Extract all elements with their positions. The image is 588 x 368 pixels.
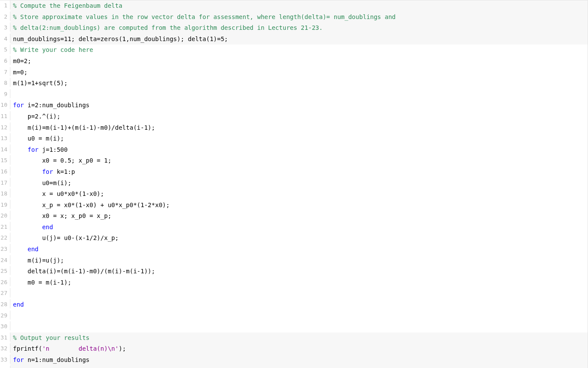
code-token: m0=2;: [13, 58, 31, 64]
code-line[interactable]: 13 u0 = m(i);: [0, 133, 588, 144]
code-line[interactable]: 16 for k=1:p: [0, 166, 588, 178]
code-token: delta(i)=(m(i-1)-m0)/(m(i)-m(i-1));: [13, 268, 155, 275]
line-content[interactable]: m(1)=1+sqrt(5);: [10, 78, 588, 89]
line-content[interactable]: x0 = x; x_p0 = x_p;: [10, 211, 588, 222]
line-content[interactable]: m(i)=u(j);: [10, 255, 588, 266]
line-number: 18: [0, 189, 10, 198]
line-number: 5: [0, 45, 10, 54]
code-line[interactable]: 2% Store approximate values in the row v…: [0, 12, 588, 23]
code-line[interactable]: 22 u(j)= u0-(x-1/2)/x_p;: [0, 233, 588, 244]
code-token: m=0;: [13, 69, 28, 76]
code-token: for: [28, 146, 38, 153]
code-line[interactable]: 10for i=2:num_doublings: [0, 100, 588, 111]
code-line[interactable]: 9: [0, 89, 588, 100]
code-token: u0=m(i);: [13, 179, 71, 186]
line-number: 16: [0, 166, 10, 176]
code-line[interactable]: 1% Compute the Feigenbaum delta: [0, 0, 588, 12]
code-line[interactable]: 28end: [0, 299, 588, 310]
code-line[interactable]: 14 for j=1:500: [0, 144, 588, 156]
line-number: 27: [0, 288, 10, 297]
code-line[interactable]: 7m=0;: [0, 67, 588, 78]
code-line[interactable]: 27: [0, 288, 588, 299]
line-content[interactable]: for i=2:num_doublings: [10, 100, 588, 111]
line-content[interactable]: end: [10, 299, 588, 310]
code-line[interactable]: 5% Write your code here: [0, 45, 588, 56]
line-content[interactable]: fprintf('%2g %18.15f\n',n,delta(n));: [10, 366, 588, 368]
line-content[interactable]: for j=1:500: [10, 144, 588, 156]
code-token: k=1:p: [53, 168, 75, 175]
line-content[interactable]: % delta(2:num_doublings) are computed fr…: [10, 22, 588, 34]
code-token: u0 = m(i);: [13, 135, 64, 142]
code-line[interactable]: 17 u0=m(i);: [0, 178, 588, 189]
code-token: fprintf(: [13, 345, 42, 352]
code-line[interactable]: 21 end: [0, 222, 588, 233]
line-content[interactable]: % Compute the Feigenbaum delta: [10, 0, 588, 12]
line-content[interactable]: p=2.^(i);: [10, 111, 588, 122]
line-number: 2: [0, 12, 10, 21]
code-token: num_doublings=11; delta=zeros(1,num_doub…: [13, 35, 228, 42]
code-line[interactable]: 34 fprintf('%2g %18.15f\n',n,delta(n));: [0, 366, 588, 368]
code-line[interactable]: 19 x_p = x0*(1-x0) + u0*x_p0*(1-2*x0);: [0, 200, 588, 211]
code-line[interactable]: 30: [0, 321, 588, 333]
line-content[interactable]: fprintf('n delta(n)\n');: [10, 343, 588, 355]
line-content[interactable]: num_doublings=11; delta=zeros(1,num_doub…: [10, 34, 588, 45]
code-editor[interactable]: 1% Compute the Feigenbaum delta2% Store …: [0, 0, 588, 368]
code-line[interactable]: 24 m(i)=u(j);: [0, 255, 588, 266]
code-line[interactable]: 4num_doublings=11; delta=zeros(1,num_dou…: [0, 34, 588, 45]
line-number: 31: [0, 333, 10, 342]
line-content[interactable]: [10, 321, 588, 333]
line-content[interactable]: [10, 288, 588, 299]
code-token: x0 = x; x_p0 = x_p;: [13, 212, 112, 219]
line-content[interactable]: % Write your code here: [10, 45, 588, 56]
line-content[interactable]: x = u0*x0*(1-x0);: [10, 189, 588, 200]
code-line[interactable]: 25 delta(i)=(m(i-1)-m0)/(m(i)-m(i-1));: [0, 266, 588, 277]
code-line[interactable]: 32fprintf('n delta(n)\n');: [0, 343, 588, 355]
line-content[interactable]: u0 = m(i);: [10, 133, 588, 144]
code-line[interactable]: 31% Output your results: [0, 333, 588, 344]
code-line[interactable]: 33for n=1:num_doublings: [0, 355, 588, 366]
line-content[interactable]: u0=m(i);: [10, 178, 588, 189]
code-line[interactable]: 29: [0, 310, 588, 322]
code-line[interactable]: 20 x0 = x; x_p0 = x_p;: [0, 211, 588, 222]
code-line[interactable]: 15 x0 = 0.5; x_p0 = 1;: [0, 155, 588, 166]
code-token: x0 = 0.5; x_p0 = 1;: [13, 157, 112, 164]
code-line[interactable]: 6m0=2;: [0, 56, 588, 67]
line-content[interactable]: [10, 89, 588, 100]
code-token: for: [13, 102, 24, 109]
line-number: 6: [0, 56, 10, 65]
code-line[interactable]: 18 x = u0*x0*(1-x0);: [0, 189, 588, 200]
code-token: % Store approximate values in the row ve…: [13, 13, 396, 20]
line-content[interactable]: delta(i)=(m(i-1)-m0)/(m(i)-m(i-1));: [10, 266, 588, 277]
line-content[interactable]: for n=1:num_doublings: [10, 355, 588, 366]
line-content[interactable]: [10, 310, 588, 322]
line-number: 12: [0, 122, 10, 131]
code-line[interactable]: 23 end: [0, 244, 588, 255]
code-line[interactable]: 3% delta(2:num_doublings) are computed f…: [0, 22, 588, 34]
line-number: 20: [0, 211, 10, 220]
line-content[interactable]: end: [10, 222, 588, 233]
line-content[interactable]: u(j)= u0-(x-1/2)/x_p;: [10, 233, 588, 244]
code-token: m(i)=u(j);: [13, 257, 64, 264]
line-content[interactable]: end: [10, 244, 588, 255]
line-content[interactable]: m=0;: [10, 67, 588, 78]
code-token: x = u0*x0*(1-x0);: [13, 190, 104, 197]
line-number: 19: [0, 200, 10, 209]
code-token: m0 = m(i-1);: [13, 279, 71, 286]
line-content[interactable]: % Output your results: [10, 333, 588, 344]
code-line[interactable]: 12 m(i)=m(i-1)+(m(i-1)-m0)/delta(i-1);: [0, 122, 588, 134]
line-content[interactable]: x_p = x0*(1-x0) + u0*x_p0*(1-2*x0);: [10, 200, 588, 211]
code-token: p=2.^(i);: [13, 113, 61, 120]
line-content[interactable]: % Store approximate values in the row ve…: [10, 12, 588, 23]
line-content[interactable]: m0=2;: [10, 56, 588, 67]
code-line[interactable]: 11 p=2.^(i);: [0, 111, 588, 122]
line-content[interactable]: m(i)=m(i-1)+(m(i-1)-m0)/delta(i-1);: [10, 122, 588, 134]
code-token: m(i)=m(i-1)+(m(i-1)-m0)/delta(i-1);: [13, 124, 155, 131]
line-content[interactable]: for k=1:p: [10, 166, 588, 178]
line-content[interactable]: m0 = m(i-1);: [10, 277, 588, 288]
line-content[interactable]: x0 = 0.5; x_p0 = 1;: [10, 155, 588, 166]
code-token: j=1:500: [38, 146, 67, 153]
code-line[interactable]: 8m(1)=1+sqrt(5);: [0, 78, 588, 89]
line-number: 32: [0, 343, 10, 352]
code-line[interactable]: 26 m0 = m(i-1);: [0, 277, 588, 288]
code-token: i=2:num_doublings: [24, 102, 89, 109]
